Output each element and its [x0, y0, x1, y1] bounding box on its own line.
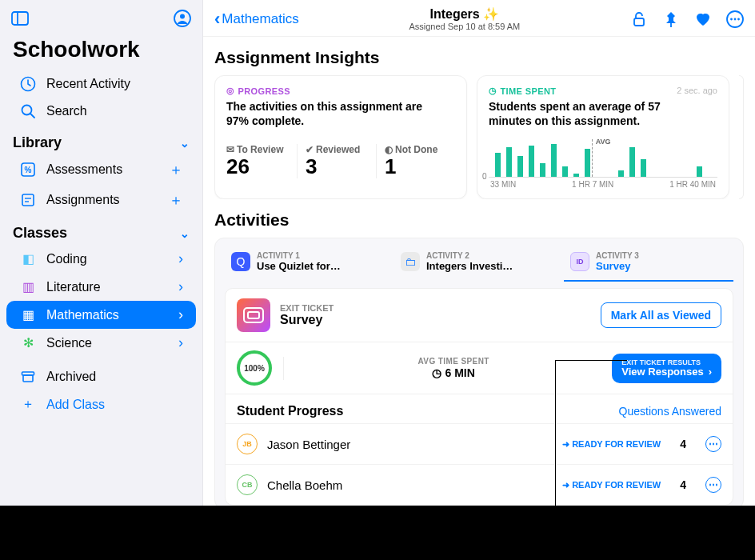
chart-bar [618, 170, 624, 178]
progress-label: ◎ PROGRESS [226, 86, 455, 96]
sidebar-toggle-icon[interactable] [11, 10, 29, 27]
next-card-peek[interactable] [739, 75, 744, 199]
student-row[interactable]: JB Jason Bettinger ➜READY FOR REVIEW 4 ⋯ [226, 423, 733, 464]
sidebar-class-literature[interactable]: ▥ Literature › [6, 273, 196, 301]
back-button[interactable]: ‹ Mathematics [214, 9, 299, 30]
sidebar-search[interactable]: Search [6, 98, 196, 125]
chart-bar [551, 144, 557, 178]
sidebar-item-label: Archived [46, 370, 96, 384]
arrow-circle-icon: ➜ [562, 439, 569, 450]
code-icon: ◧ [19, 251, 37, 266]
svg-point-18 [734, 18, 737, 20]
timer-icon: ◷ [489, 86, 497, 96]
avg-label: AVG [594, 138, 613, 146]
avg-line [592, 139, 593, 177]
ready-badge: ➜READY FOR REVIEW [562, 439, 661, 450]
sidebar-class-coding[interactable]: ◧ Coding › [6, 245, 196, 273]
activity-tab-2[interactable]: 🗀 ACTIVITY 2 Integers Investi… [394, 246, 564, 282]
heart-icon[interactable] [694, 10, 712, 28]
clock-icon: ◷ [432, 366, 441, 379]
sidebar-item-label: Coding [46, 252, 87, 266]
profile-icon[interactable] [174, 10, 191, 27]
callout-line [555, 360, 556, 506]
activities-heading: Activities [214, 210, 744, 230]
chart-bar [506, 147, 512, 177]
calculator-icon: ▦ [19, 307, 37, 322]
student-name: Jason Bettinger [267, 438, 350, 451]
app-title: Schoolwork [0, 32, 202, 70]
stat-to-review: ✉To Review 26 [226, 144, 297, 178]
plus-icon: ＋ [19, 396, 37, 413]
sidebar-assessments[interactable]: % Assessments ＋ [6, 154, 196, 185]
sidebar-item-label: Mathematics [46, 308, 119, 322]
row-more-icon[interactable]: ⋯ [705, 436, 721, 452]
svg-rect-9 [22, 194, 34, 206]
sidebar-item-label: Science [46, 336, 92, 350]
sidebar-section-classes[interactable]: Classes ⌄ [0, 215, 202, 245]
pin-icon[interactable] [662, 10, 680, 28]
sidebar-recent-activity[interactable]: Recent Activity [6, 70, 196, 98]
target-icon: ◎ [226, 86, 234, 96]
plus-icon[interactable]: ＋ [169, 190, 183, 210]
sidebar-section-library[interactable]: Library ⌄ [0, 125, 202, 154]
archive-icon [19, 369, 37, 385]
time-spent-chart: 0 AVG 33 MIN 1 HR 7 MIN 1 HR 40 MIN [489, 139, 717, 189]
sidebar-class-science[interactable]: ✻ Science › [6, 329, 196, 357]
ticket-icon [237, 298, 270, 332]
activity-tab-1[interactable]: Q ACTIVITY 1 Use Quizlet for… [225, 246, 394, 282]
time-spent-card[interactable]: ◷ TIME SPENT 2 sec. ago Students spent a… [477, 75, 729, 199]
sidebar-assignments[interactable]: Assignments ＋ [6, 185, 196, 215]
quizlet-icon: Q [231, 252, 250, 271]
chevron-left-icon: ‹ [214, 9, 220, 30]
progress-card[interactable]: ◎ PROGRESS The activities on this assign… [214, 75, 467, 199]
main: ‹ Mathematics Integers ✨ Assigned Sep 10… [203, 0, 755, 506]
survey-icon: ID [570, 252, 589, 271]
sidebar-add-class[interactable]: ＋ Add Class [6, 390, 196, 418]
chart-bar [585, 149, 590, 177]
page-title: Integers ✨ [299, 6, 630, 22]
activities-card: Q ACTIVITY 1 Use Quizlet for… 🗀 ACTIVITY… [214, 238, 744, 506]
mark-all-viewed-button[interactable]: Mark All as Viewed [601, 302, 721, 328]
chevron-right-icon: › [709, 366, 712, 378]
letterbox [0, 506, 755, 560]
chevron-right-icon: › [178, 334, 183, 351]
sidebar-archived[interactable]: Archived [6, 363, 196, 390]
avatar: JB [237, 434, 258, 454]
chart-bar [641, 159, 646, 177]
chevron-down-icon: ⌄ [180, 227, 190, 240]
student-row[interactable]: CB Chella Boehm ➜READY FOR REVIEW 4 ⋯ [226, 464, 733, 505]
book-icon: ▥ [19, 279, 37, 294]
row-more-icon[interactable]: ⋯ [705, 477, 721, 493]
chart-bar [562, 166, 568, 177]
avatar: CB [237, 474, 258, 495]
more-icon[interactable] [726, 10, 744, 28]
chart-bar [540, 163, 545, 178]
student-progress-title: Student Progress [237, 404, 343, 418]
time-spent-text: Students spent an average of 57 minutes … [489, 99, 697, 128]
activity-tab-3[interactable]: ID ACTIVITY 3 Survey [564, 246, 733, 282]
completion-ring: 100% [237, 350, 272, 386]
chart-bar [573, 174, 579, 177]
plus-icon[interactable]: ＋ [169, 160, 183, 179]
chart-bar [629, 147, 635, 177]
check-circle-icon: ✔ [306, 144, 314, 155]
chevron-right-icon: › [178, 250, 183, 267]
percent-icon: % [19, 162, 37, 178]
svg-point-19 [737, 18, 740, 20]
time-ago: 2 sec. ago [677, 86, 717, 95]
lock-open-icon[interactable] [630, 10, 648, 28]
svg-point-17 [730, 18, 733, 20]
svg-text:%: % [25, 166, 32, 174]
svg-rect-13 [23, 375, 33, 382]
activity-title: Survey [280, 313, 334, 327]
atom-icon: ✻ [19, 335, 37, 350]
sidebar-item-label: Add Class [46, 398, 105, 412]
search-icon [19, 103, 37, 119]
sidebar-class-mathematics[interactable]: ▦ Mathematics › [6, 301, 196, 329]
activity-eyebrow: EXIT TICKET [280, 303, 334, 313]
view-responses-button[interactable]: EXIT TICKET RESULTS View Responses› [612, 354, 721, 383]
chevron-right-icon: › [178, 278, 183, 295]
questions-answered-link[interactable]: Questions Answered [619, 405, 721, 418]
student-name: Chella Boehm [267, 478, 342, 492]
time-spent-label: ◷ TIME SPENT [489, 86, 556, 96]
